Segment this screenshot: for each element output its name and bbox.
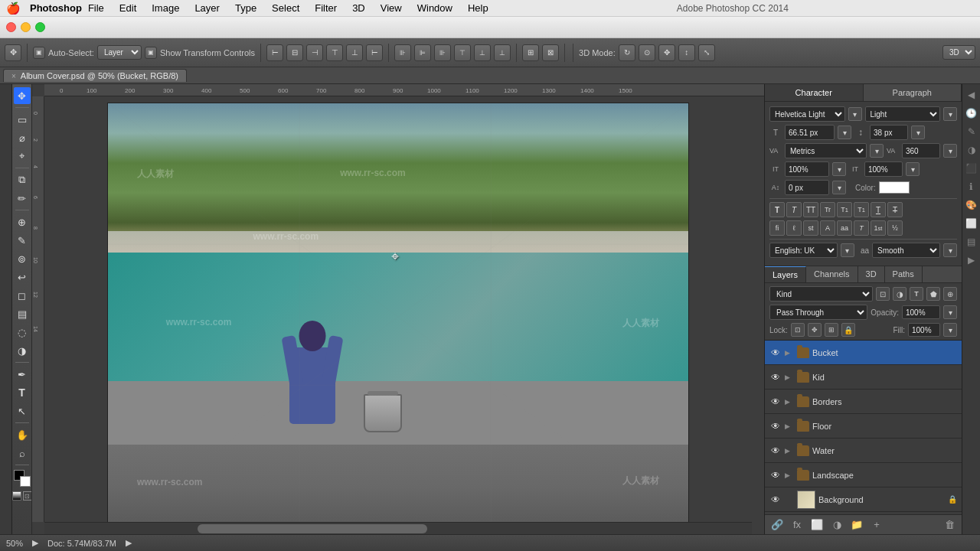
dist-right-icon[interactable]: ⊪ [434, 44, 451, 61]
font-style-select[interactable]: Light [865, 106, 941, 122]
add-adjustment-btn[interactable]: ◑ [829, 517, 844, 533]
bold-btn[interactable]: T [769, 202, 785, 217]
move-tool-btn[interactable]: ✥ [5, 44, 21, 61]
move-tool[interactable]: ✥ [14, 87, 31, 104]
italic-btn[interactable]: T [786, 202, 802, 217]
foreground-color[interactable] [14, 470, 31, 487]
show-transform-checkbox[interactable]: ▣ [145, 47, 157, 59]
filter-pixel-icon[interactable]: ⊡ [876, 287, 890, 301]
layer-expand-landscape[interactable]: ▶ [785, 471, 794, 479]
aa-arrow[interactable]: ▾ [943, 243, 957, 257]
aa-select[interactable]: Smooth Sharp Crisp Strong [872, 243, 940, 258]
language-select[interactable]: English: UK English: USA [769, 243, 838, 258]
underline-btn[interactable]: T [871, 202, 886, 217]
smallcaps-btn[interactable]: Tr [820, 202, 835, 217]
tracking-arrow[interactable]: ▾ [943, 144, 957, 158]
3d-pan-icon[interactable]: ✥ [658, 44, 675, 61]
auto-select-checkbox[interactable]: ▣ [33, 47, 45, 59]
menu-select[interactable]: Select [269, 2, 302, 14]
panel-swatches-icon[interactable]: ⬜ [964, 216, 979, 231]
layer-visibility-water[interactable]: 👁 [769, 445, 782, 457]
lock-pixel-btn[interactable]: ⊡ [791, 323, 805, 337]
fill-arrow[interactable]: ▾ [943, 323, 957, 337]
layer-item-bucket[interactable]: 👁 ▶ Bucket [765, 341, 962, 365]
scale-h-input[interactable]: 100% [785, 161, 829, 177]
kerning-arrow[interactable]: ▾ [870, 144, 884, 158]
tab-paths[interactable]: Paths [885, 266, 923, 282]
menu-layer[interactable]: Layer [191, 2, 223, 14]
layer-visibility-borders[interactable]: 👁 [769, 396, 782, 408]
status-expand-icon[interactable]: ▶ [126, 538, 132, 548]
fill-input[interactable]: 100% [908, 323, 940, 337]
3d-slide-icon[interactable]: ↕ [678, 44, 695, 61]
dist-h-icon[interactable]: ⊫ [414, 44, 431, 61]
panel-info-icon[interactable]: ℹ [964, 179, 979, 194]
baseline-arrow[interactable]: ▾ [832, 181, 846, 194]
layer-item-borders[interactable]: 👁 ▶ Borders [765, 390, 962, 414]
menu-filter[interactable]: Filter [312, 2, 340, 14]
dist-bottom-icon[interactable]: ⊥ [494, 44, 511, 61]
scale-h-arrow[interactable]: ▾ [832, 162, 846, 176]
opacity-input[interactable]: 100% [902, 305, 940, 319]
align-bottom-icon[interactable]: ⊢ [366, 44, 383, 61]
fractions-btn[interactable]: ½ [887, 220, 903, 236]
filter-kind-select[interactable]: Kind [769, 286, 873, 302]
dist-v-icon[interactable]: ⊥ [474, 44, 491, 61]
kerning-select[interactable]: Metrics Optical 0 [785, 143, 867, 158]
horizontal-scrollbar[interactable] [44, 522, 752, 534]
close-window-button[interactable] [6, 22, 16, 32]
quick-select-tool[interactable]: ⌖ [14, 148, 31, 165]
layer-item-background[interactable]: 👁 ▶ Background 🔒 [765, 487, 962, 512]
screen-mode-icon[interactable]: ⊡ [23, 491, 32, 500]
menu-view[interactable]: View [377, 2, 405, 14]
maximize-window-button[interactable] [35, 22, 45, 32]
discretionary-btn[interactable]: A [820, 220, 835, 236]
3d-roll-icon[interactable]: ⊙ [639, 44, 655, 61]
panel-actions-icon[interactable]: ▶ [964, 253, 979, 268]
eyedropper-tool[interactable]: ✏ [14, 190, 31, 207]
dodge-tool[interactable]: ◑ [14, 342, 31, 359]
ordinals-btn[interactable]: 1st [871, 220, 886, 236]
minimize-window-button[interactable] [21, 22, 31, 32]
layer-expand-floor[interactable]: ▶ [785, 422, 794, 430]
layer-item-landscape[interactable]: 👁 ▶ Landscape [765, 463, 962, 487]
oldstyle-btn[interactable]: ℓ [786, 220, 802, 236]
baseline-input[interactable]: 0 px [785, 180, 829, 195]
canvas-container[interactable]: 人人素材 www.rr-sc.com www.rr-sc.com 人人素材 ww… [44, 96, 752, 522]
ordinal-btn[interactable]: T [854, 220, 869, 236]
document-tab[interactable]: × Album Cover.psd @ 50% (Bucket, RGB/8) [3, 69, 187, 82]
path-select-tool[interactable]: ↖ [14, 403, 31, 419]
stamp-tool[interactable]: ⊚ [14, 250, 31, 267]
superscript-btn[interactable]: T1 [837, 202, 852, 217]
strikethrough-btn[interactable]: T [887, 202, 903, 217]
menu-type[interactable]: Type [232, 2, 260, 14]
3d-orbit-icon[interactable]: ↻ [619, 44, 635, 61]
hand-tool[interactable]: ✋ [14, 426, 31, 443]
font-size-arrow[interactable]: ▾ [838, 126, 851, 139]
layer-visibility-background[interactable]: 👁 [769, 494, 782, 506]
menu-help[interactable]: Help [465, 2, 492, 14]
panel-history-icon[interactable]: 🕒 [964, 106, 979, 121]
lock-artboard-btn[interactable]: ⊞ [825, 323, 838, 337]
menu-window[interactable]: Window [414, 2, 456, 14]
lasso-tool[interactable]: ⌀ [14, 129, 31, 146]
layer-expand-kid[interactable]: ▶ [785, 373, 794, 381]
add-layer-btn[interactable]: + [869, 517, 884, 533]
font-size-input[interactable]: 66.51 px [785, 125, 835, 140]
3d-scale-icon[interactable]: ⤡ [698, 44, 715, 61]
filter-adjust-icon[interactable]: ◑ [893, 287, 906, 301]
tab-close-btn[interactable]: × [11, 72, 16, 80]
align-center-v-icon[interactable]: ⊥ [346, 44, 363, 61]
brush-tool[interactable]: ✎ [14, 232, 31, 249]
leading-arrow[interactable]: ▾ [911, 126, 925, 139]
filter-smart-icon[interactable]: ⊕ [943, 287, 957, 301]
language-arrow[interactable]: ▾ [841, 243, 854, 257]
panel-collapse-icon[interactable]: ◀ [964, 87, 979, 103]
dist-left-icon[interactable]: ⊪ [394, 44, 411, 61]
layer-item-kid[interactable]: 👁 ▶ Kid [765, 365, 962, 390]
font-style-arrow[interactable]: ▾ [943, 107, 957, 121]
status-arrow-icon[interactable]: ▶ [32, 538, 38, 548]
layer-visibility-landscape[interactable]: 👁 [769, 469, 782, 481]
add-group-btn[interactable]: 📁 [849, 517, 864, 533]
panel-style-icon[interactable]: ⬛ [964, 161, 979, 176]
